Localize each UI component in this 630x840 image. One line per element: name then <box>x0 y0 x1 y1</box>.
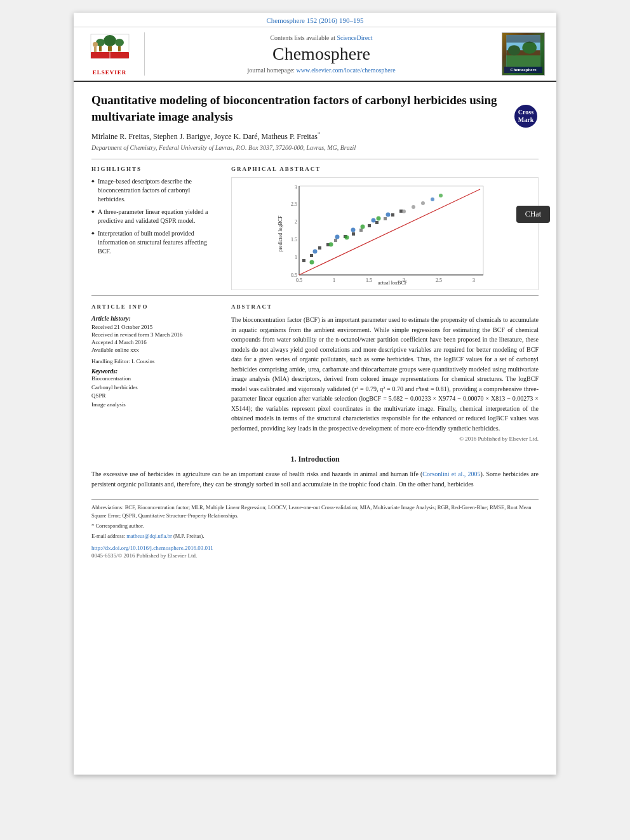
highlight-item-3: Interpretation of built model provided i… <box>91 229 218 256</box>
highlights-column: HIGHLIGHTS Image-based descriptors descr… <box>91 166 218 290</box>
svg-point-57 <box>412 205 415 209</box>
svg-point-56 <box>402 210 406 213</box>
email-link[interactable]: matheus@dqi.ufla.br <box>126 533 172 539</box>
highlights-graphical-section: HIGHLIGHTS Image-based descriptors descr… <box>91 166 539 290</box>
online-date: Available online xxx <box>91 347 218 353</box>
svg-rect-37 <box>334 239 337 242</box>
svg-rect-44 <box>391 213 394 217</box>
svg-rect-40 <box>359 229 363 232</box>
introduction-title: 1. Introduction <box>91 455 539 464</box>
svg-point-5 <box>115 39 124 46</box>
chat-button[interactable]: CHat <box>516 206 550 223</box>
introduction-text: The excessive use of herbicides in agric… <box>91 469 539 489</box>
svg-point-47 <box>335 235 340 239</box>
accepted-date: Accepted 4 March 2016 <box>91 339 218 345</box>
abstract-text: The bioconcentration factor (BCF) is an … <box>231 315 539 433</box>
divider-2 <box>91 295 539 296</box>
svg-text:1.5: 1.5 <box>366 277 372 283</box>
svg-point-55 <box>377 217 381 221</box>
abstract-header: ABSTRACT <box>231 303 539 310</box>
graphical-abstract-header: GRAPHICAL ABSTRACT <box>231 166 539 172</box>
crossmark-icon: CrossMark <box>514 105 537 128</box>
introduction-section: 1. Introduction The excessive use of her… <box>91 455 539 489</box>
abstract-column: ABSTRACT The bioconcentration factor (BC… <box>231 303 539 442</box>
svg-point-7 <box>93 42 98 47</box>
keywords-title: Keywords: <box>91 368 218 375</box>
svg-rect-6 <box>118 46 121 51</box>
svg-text:1.5: 1.5 <box>291 237 297 243</box>
svg-text:1: 1 <box>295 255 297 260</box>
svg-text:3: 3 <box>473 277 475 283</box>
keyword-3: QSPR <box>91 392 218 401</box>
citation-link-1[interactable]: Corsonlini et al., 2005 <box>422 470 480 477</box>
article-info-header: ARTICLE INFO <box>91 303 218 310</box>
svg-text:2.5: 2.5 <box>436 277 442 283</box>
sciencedirect-line: Contents lists available at ScienceDirec… <box>270 34 372 41</box>
elsevier-brand-text: ELSEVIER <box>93 69 127 76</box>
scatter-plot-icon: 0.5 1 1.5 2 2.5 3 0.5 1 1.5 2 2.5 <box>237 183 533 284</box>
journal-citation: Chemosphere 152 (2016) 190–195 <box>266 17 363 24</box>
svg-point-59 <box>431 197 434 201</box>
keywords-section: Keywords: Bioconcentration Carbonyl herb… <box>91 368 218 409</box>
bottom-copyright: 0045-6535/© 2016 Published by Elsevier L… <box>91 552 539 559</box>
svg-point-54 <box>361 225 365 229</box>
keyword-1: Bioconcentration <box>91 375 218 383</box>
sciencedirect-link[interactable]: ScienceDirect <box>337 34 372 41</box>
divider-1 <box>91 159 539 159</box>
svg-rect-2 <box>108 46 112 51</box>
chart-area: 0.5 1 1.5 2 2.5 3 0.5 1 1.5 2 2.5 <box>237 183 533 284</box>
svg-rect-42 <box>375 221 379 224</box>
svg-rect-34 <box>310 254 313 257</box>
article-history: Article history: Received 21 October 201… <box>91 315 218 353</box>
svg-text:1: 1 <box>333 277 335 283</box>
abstract-copyright: © 2016 Published by Elsevier Ltd. <box>231 436 539 442</box>
svg-point-15 <box>522 41 537 53</box>
abbreviations-footnote: Abbreviations: BCF, Bioconcentration fac… <box>91 503 539 520</box>
highlight-item-1: Image-based descriptors describe the bio… <box>91 177 218 204</box>
journal-header: ELSEVIER Contents lists available at Sci… <box>74 27 556 82</box>
revised-date: Received in revised form 3 March 2016 <box>91 331 218 338</box>
journal-cover-area: Chemosphere <box>498 32 549 76</box>
journal-name: Chemosphere <box>272 44 370 64</box>
corresponding-marker: * <box>318 131 321 137</box>
highlights-header: HIGHLIGHTS <box>91 166 218 172</box>
svg-point-53 <box>345 236 349 240</box>
affiliation-line: Department of Chemistry, Federal Univers… <box>91 144 539 151</box>
received-date: Received 21 October 2015 <box>91 324 218 330</box>
article-info-column: ARTICLE INFO Article history: Received 2… <box>91 303 218 442</box>
journal-title-area: Contents lists available at ScienceDirec… <box>145 32 498 76</box>
svg-text:0.5: 0.5 <box>296 277 302 283</box>
keyword-2: Carbonyl herbicides <box>91 383 218 392</box>
svg-point-51 <box>310 260 314 265</box>
svg-point-48 <box>351 228 356 232</box>
graphical-abstract-chart: 0.5 1 1.5 2 2.5 3 0.5 1 1.5 2 2.5 <box>231 177 539 290</box>
article-info-abstract-section: ARTICLE INFO Article history: Received 2… <box>91 303 539 442</box>
svg-rect-41 <box>368 224 371 227</box>
keyword-4: Image analysis <box>91 401 218 410</box>
svg-point-46 <box>313 250 318 254</box>
author-names: Mirlaine R. Freitas, Stephen J. Barigye,… <box>91 132 318 141</box>
corresponding-footnote: * Corresponding author. <box>91 522 539 530</box>
elsevier-logo-icon <box>88 33 132 68</box>
svg-text:3: 3 <box>295 185 297 190</box>
doi-url[interactable]: http://dx.doi.org/10.1016/j.chemosphere.… <box>91 545 213 551</box>
svg-rect-4 <box>99 46 102 51</box>
journal-url[interactable]: www.elsevier.com/locate/chemosphere <box>297 67 396 74</box>
authors-line: Mirlaine R. Freitas, Stephen J. Barigye,… <box>91 131 539 142</box>
svg-point-1 <box>104 35 116 46</box>
svg-text:actual logBCF: actual logBCF <box>378 280 408 284</box>
svg-text:predicted logBCF: predicted logBCF <box>278 215 283 252</box>
svg-text:2.5: 2.5 <box>291 201 297 207</box>
svg-rect-33 <box>302 259 305 262</box>
svg-rect-16 <box>506 35 540 43</box>
journal-cover-image: Chemosphere <box>502 32 545 76</box>
journal-citation-bar: Chemosphere 152 (2016) 190–195 <box>74 13 556 27</box>
handling-editor: Handling Editor: I. Cousins <box>91 358 218 364</box>
history-title: Article history: <box>91 315 218 322</box>
cover-journal-label: Chemosphere <box>504 67 542 73</box>
email-footnote: E-mail address: matheus@dqi.ufla.br (M.P… <box>91 532 539 540</box>
svg-point-49 <box>372 218 376 223</box>
cover-art-icon <box>502 35 544 67</box>
crossmark-badge: CrossMark <box>514 105 539 129</box>
svg-point-60 <box>439 194 443 197</box>
